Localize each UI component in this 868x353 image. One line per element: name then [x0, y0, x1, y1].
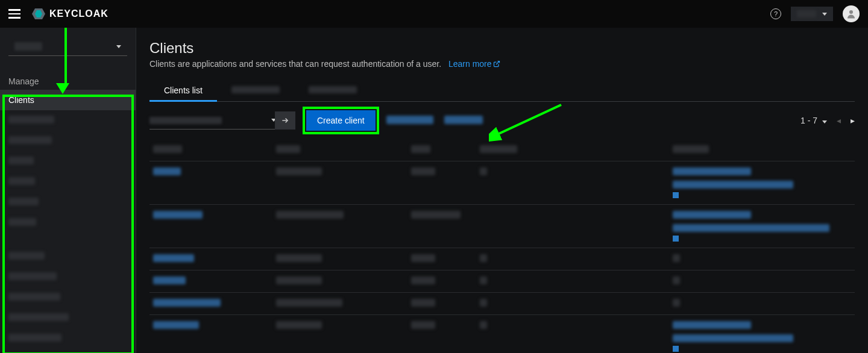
sidebar-item[interactable]	[0, 328, 136, 349]
col-header	[153, 145, 274, 155]
col-header	[276, 145, 409, 155]
app-header: KEYCLOAK ?	[0, 0, 868, 28]
table-row: ⋮	[149, 205, 855, 248]
tab-item[interactable]	[217, 80, 294, 101]
cell	[411, 167, 477, 177]
search-input[interactable]	[149, 111, 276, 130]
cell	[411, 321, 477, 331]
learn-more-link[interactable]: Learn more	[448, 59, 500, 69]
user-avatar[interactable]	[843, 5, 860, 22]
row-actions-button[interactable]: ⋮	[862, 321, 868, 331]
sidebar-item[interactable]	[0, 192, 136, 213]
sidebar-item[interactable]	[0, 287, 136, 308]
cell	[411, 211, 477, 220]
cell	[673, 299, 860, 308]
sidebar: Manage Clients	[0, 28, 136, 353]
next-page-button[interactable]: ▸	[851, 116, 855, 125]
arrow-right-icon	[281, 116, 289, 125]
keycloak-logo-icon	[31, 7, 46, 21]
body: Manage Clients Clients Clients are appli…	[0, 28, 868, 353]
realm-selector[interactable]	[8, 37, 127, 56]
table-row: ⋮	[149, 315, 855, 353]
sidebar-item[interactable]	[0, 246, 136, 267]
cell	[411, 254, 477, 264]
toolbar-link[interactable]	[386, 116, 433, 126]
create-client-wrap: Create client	[306, 110, 376, 131]
cell	[480, 254, 670, 264]
table-row: ⋮	[149, 270, 855, 293]
sidebar-item[interactable]	[0, 131, 136, 151]
row-actions-button[interactable]: ⋮	[862, 254, 868, 264]
help-icon[interactable]: ?	[770, 8, 781, 19]
row-actions-button[interactable]: ⋮	[862, 211, 868, 220]
row-actions-button[interactable]: ⋮	[862, 167, 868, 177]
cell-client-id[interactable]	[153, 167, 274, 177]
cell-client-id[interactable]	[153, 299, 274, 308]
table-row: ⋮	[149, 248, 855, 270]
tab-clients-list[interactable]: Clients list	[149, 80, 217, 101]
sidebar-item[interactable]	[0, 308, 136, 328]
cell	[480, 167, 670, 177]
cell	[673, 167, 860, 198]
table-header-row	[149, 139, 855, 161]
create-client-button[interactable]: Create client	[306, 110, 376, 131]
cell	[673, 276, 860, 286]
sidebar-item-label: Clients	[8, 95, 34, 105]
row-actions-button[interactable]: ⋮	[862, 276, 868, 286]
sidebar-item[interactable]	[0, 172, 136, 192]
cell-client-id[interactable]	[153, 276, 274, 286]
cell	[411, 299, 477, 308]
svg-point-2	[849, 10, 853, 14]
row-actions-button[interactable]: ⋮	[862, 299, 868, 308]
svg-line-3	[496, 61, 500, 65]
table-row: ⋮	[149, 161, 855, 205]
cell	[480, 276, 670, 286]
sidebar-item[interactable]	[0, 110, 136, 131]
cell	[276, 276, 409, 286]
prev-page-button: ◂	[837, 116, 841, 125]
header-dropdown[interactable]	[791, 7, 833, 21]
chevron-down-icon	[116, 45, 121, 48]
col-header	[480, 145, 670, 155]
cell	[276, 254, 409, 264]
brand-name: KEYCLOAK	[49, 8, 108, 19]
tabs: Clients list	[149, 80, 855, 102]
cell-client-id[interactable]	[153, 321, 274, 331]
content: Clients Clients are applications and ser…	[136, 28, 868, 353]
cell	[276, 211, 409, 220]
menu-toggle-button[interactable]	[8, 9, 20, 19]
sidebar-section-label: Manage	[0, 73, 136, 90]
brand-logo: KEYCLOAK	[31, 7, 108, 21]
table-row: ⋮	[149, 293, 855, 315]
person-icon	[846, 8, 857, 19]
sidebar-item[interactable]	[0, 151, 136, 172]
cell	[673, 254, 860, 264]
chevron-down-icon	[822, 13, 827, 16]
cell	[411, 276, 477, 286]
sidebar-item-clients[interactable]: Clients	[0, 90, 136, 110]
toolbar-link[interactable]	[444, 116, 483, 126]
cell	[480, 321, 670, 331]
pagination-range[interactable]: 1 - 7	[800, 116, 827, 125]
header-left: KEYCLOAK	[8, 7, 108, 21]
clients-table: ⋮ ⋮ ⋮	[149, 139, 855, 353]
cell	[276, 299, 409, 308]
page-title: Clients	[149, 40, 855, 57]
cell	[480, 299, 670, 308]
cell-client-id[interactable]	[153, 211, 274, 220]
cell	[276, 167, 409, 177]
cell	[673, 321, 860, 352]
tab-item[interactable]	[294, 80, 371, 101]
col-header	[673, 145, 860, 155]
chevron-down-icon	[822, 120, 827, 123]
col-header	[411, 145, 477, 155]
search-button[interactable]	[275, 111, 295, 130]
sidebar-item[interactable]	[0, 213, 136, 233]
toolbar: Create client 1 - 7 ◂ ▸	[149, 102, 855, 139]
page-subtitle: Clients are applications and services th…	[149, 59, 855, 69]
pagination: 1 - 7 ◂ ▸	[800, 116, 855, 125]
header-right: ?	[770, 5, 860, 22]
cell-client-id[interactable]	[153, 254, 274, 264]
cell	[276, 321, 409, 331]
sidebar-item[interactable]	[0, 267, 136, 287]
